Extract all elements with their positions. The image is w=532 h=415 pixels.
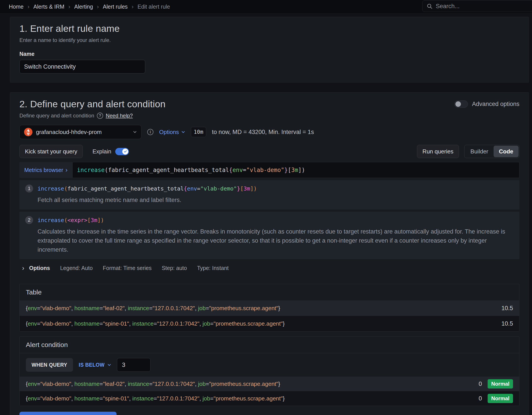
options-summary-item: Legend: Auto [60,265,93,271]
state-badge: Normal [488,379,513,388]
name-label: Name [19,51,519,57]
options-summary-item: Type: Instant [197,265,229,271]
table-row: {env="vlab-demo", hostname="spine-01", i… [20,316,519,331]
step2-card: 2. Define query and alert condition Adva… [10,92,529,415]
advanced-options-label: Advanced options [472,101,519,107]
kick-start-query-button[interactable]: Kick start your query [19,145,83,158]
series-labels: {env="vlab-demo", hostname="spine-01", i… [26,320,285,327]
datasource-picker[interactable]: grafanacloud-hhdev-prom [19,125,142,139]
options-summary-item: Step: auto [162,265,187,271]
explain-row: 1 increase(fabric_agent_agent_heartbeats… [19,180,519,209]
info-icon[interactable]: i [147,129,153,135]
explain-toggle[interactable] [115,148,129,155]
options-summary: Legend: AutoFormat: Time seriesStep: aut… [50,265,228,271]
need-help-link[interactable]: Need help? [106,113,133,119]
alert-condition-title: Alert condition [20,337,519,353]
explain-description: Fetch all series matching metric name an… [38,196,514,205]
run-queries-button[interactable]: Run queries [417,145,459,158]
toggle-knob [122,149,128,154]
series-value: 0 [479,381,482,387]
series-labels: {env="vlab-demo", hostname="spine-01", i… [26,395,285,402]
step1-title: 1. Enter alert rule name [19,23,519,34]
breadcrumb-separator-icon: › [28,3,29,10]
query-options-dropdown[interactable]: Options [159,129,185,136]
top-navbar: Home›Alerts & IRM›Alerting›Alert rules›E… [0,0,532,14]
metrics-browser-label: Metrics browser [24,167,63,173]
chevron-right-icon: › [22,264,24,272]
query-expression-input[interactable]: increase(fabric_agent_agent_heartbeats_t… [72,162,519,178]
when-query-button[interactable]: WHEN QUERY [26,358,73,372]
step1-description: Enter a name to identify your alert rule… [19,37,519,43]
step2-subtitle: Define query and alert condition [19,113,94,119]
advanced-options-toggle[interactable] [454,100,468,108]
explain-step-number: 2 [25,216,33,224]
table-row: {env="vlab-demo", hostname="leaf-02", in… [20,301,519,316]
explain-description: Calculates the increase in the time seri… [38,227,514,254]
explain-label: Explain [93,148,111,155]
interval-pill[interactable]: 10m [191,127,206,137]
series-labels: {env="vlab-demo", hostname="leaf-02", in… [26,305,280,312]
series-labels: {env="vlab-demo", hostname="leaf-02", in… [26,381,280,387]
alert-instance-row: {env="vlab-demo", hostname="spine-01", i… [20,391,519,406]
table-panel-title: Table [20,284,519,301]
options-label: Options [159,129,179,136]
step2-title: 2. Define query and alert condition [19,99,166,110]
explain-code: increase(fabric_agent_agent_heartbeats_t… [38,185,257,192]
search-box[interactable] [422,0,532,12]
options-row-label: Options [29,265,50,271]
explain-row: 2 increase(<expr>[3m]) Calculates the in… [19,212,519,259]
breadcrumb: Home›Alerts & IRM›Alerting›Alert rules›E… [9,3,170,10]
chevron-right-icon: › [65,166,67,173]
search-input[interactable] [436,3,520,10]
prometheus-icon [24,128,32,136]
metrics-browser-button[interactable]: Metrics browser › [19,162,72,178]
chevron-down-icon [107,363,111,367]
breadcrumb-item: Edit alert rule [138,4,170,10]
builder-code-segmented: Builder Code [464,145,519,158]
explain-code: increase(<expr>[3m]) [38,217,104,223]
builder-tab[interactable]: Builder [465,146,494,157]
range-summary: to now, MD = 43200, Min. Interval = 1s [212,129,314,136]
breadcrumb-separator-icon: › [97,3,99,10]
alert-rule-name-input[interactable] [19,60,145,74]
breadcrumb-item[interactable]: Alert rules [103,4,128,10]
breadcrumb-item[interactable]: Alerts & IRM [33,4,64,10]
breadcrumb-item[interactable]: Home [9,4,24,10]
threshold-input[interactable] [117,358,151,372]
alert-condition-rows: {env="vlab-demo", hostname="leaf-02", in… [20,377,519,406]
datasource-name: grafanacloud-hhdev-prom [36,129,102,136]
chevron-down-icon [181,130,185,134]
query-options-row[interactable]: › Options Legend: AutoFormat: Time serie… [19,262,519,274]
state-badge: Normal [488,394,513,403]
options-summary-item: Format: Time series [103,265,152,271]
check-icon [124,150,127,153]
step1-card: 1. Enter alert rule name Enter a name to… [10,17,529,83]
toggle-knob [456,101,461,107]
breadcrumb-separator-icon: › [68,3,70,10]
query-expression: increase(fabric_agent_agent_heartbeats_t… [77,167,305,173]
explain-step-number: 1 [25,185,33,192]
series-value: 0 [479,395,482,402]
table-panel: Table {env="vlab-demo", hostname="leaf-0… [19,284,519,331]
breadcrumb-item[interactable]: Alerting [74,4,93,10]
chevron-down-icon [133,130,137,134]
page-content: 1. Enter alert rule name Enter a name to… [0,14,532,415]
preview-alert-rule-button[interactable]: Preview alert rule condition [19,412,116,415]
breadcrumb-separator-icon: › [132,3,133,10]
search-icon [427,3,433,9]
operator-dropdown[interactable]: IS BELOW [79,362,111,368]
code-tab[interactable]: Code [494,146,519,157]
table-rows: {env="vlab-demo", hostname="leaf-02", in… [20,301,519,331]
operator-label: IS BELOW [79,362,105,368]
series-value: 10.5 [501,320,513,327]
help-circle-icon: ? [97,113,103,119]
alert-instance-row: {env="vlab-demo", hostname="leaf-02", in… [20,377,519,391]
series-value: 10.5 [501,305,513,312]
alert-condition-panel: Alert condition WHEN QUERY IS BELOW {env… [19,336,519,406]
